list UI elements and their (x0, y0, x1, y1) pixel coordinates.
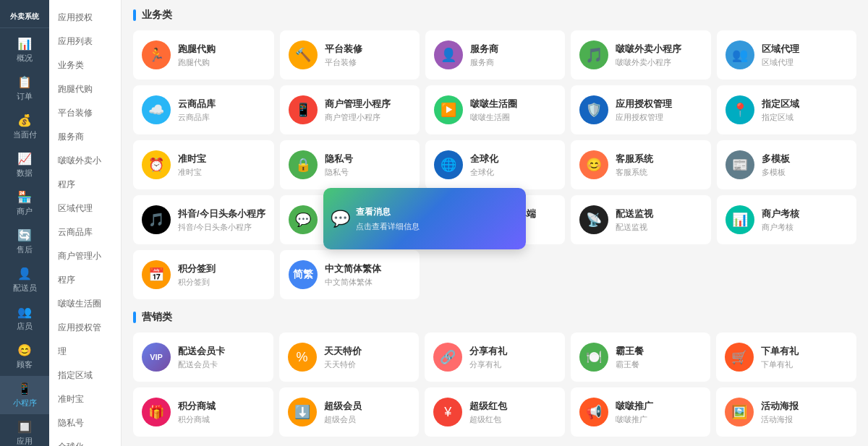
tooltip-overlay: 💬 查看消息 点击查看详细信息 (323, 188, 526, 249)
second-nav-biaobiao-circle[interactable]: 啵啵生活圈 (49, 292, 121, 316)
overlord-meal-desc: 霸王餐 (616, 359, 702, 370)
order-reward-desc: 下单有礼 (761, 359, 848, 370)
nav-item-order[interactable]: 📋 订单 (0, 69, 49, 108)
second-nav: 应用授权 应用列表 业务类 跑腿代购 平台装修 服务商 啵啵外卖小 程序 区域代… (49, 0, 122, 446)
points-mall-icon: 🎁 (142, 398, 171, 426)
app-card-points-mall[interactable]: 🎁 积分商城 积分商城 (133, 387, 273, 437)
app-card-delivery-purchase[interactable]: 🏃 跑腿代购 跑腿代购 (133, 30, 274, 80)
biaobiao-mini-desc: 啵啵外卖小程序 (616, 57, 702, 68)
app-card-delivery-monitor[interactable]: 📡 配送监视 配送监视 (571, 195, 710, 244)
second-nav-punctual[interactable]: 准时宝 (49, 387, 121, 411)
delivery-vip-info: 配送会员卡 配送会员卡 (178, 345, 265, 370)
second-nav-privacy[interactable]: 隐私号 (49, 411, 121, 435)
merchant-mini-desc: 商户管理小程序 (325, 112, 411, 123)
merchant-mini-icon: 📱 (289, 95, 318, 124)
second-nav-region-agent[interactable]: 区域代理 (49, 197, 121, 220)
second-nav-region-assign[interactable]: 指定区域 (49, 364, 121, 387)
main-content: 业务类 🏃 跑腿代购 跑腿代购 🔨 平台装修 平台装修 👤 服务商 服务商 🎵 (122, 0, 868, 446)
app-card-biaobiao-mini[interactable]: 🎵 啵啵外卖小程序 啵啵外卖小程序 (571, 30, 710, 80)
merchant-audit-info: 商户考核 商户考核 (762, 207, 848, 233)
second-nav-app-list[interactable]: 应用列表 (49, 30, 121, 53)
second-nav-service-provider[interactable]: 服务商 (49, 125, 121, 149)
second-nav-biaobiao-mini[interactable]: 啵啵外卖小 (49, 149, 121, 173)
biaobiao-circle-icon: ▶️ (434, 95, 463, 124)
second-nav-program[interactable]: 程序 (49, 173, 121, 197)
second-nav-merchant-mini[interactable]: 商户管理小 (49, 244, 121, 268)
app-card-privacy[interactable]: 🔒 隐私号 隐私号 (280, 140, 420, 189)
merchant-mini-name: 商户管理小程序 (325, 98, 411, 111)
app-card-globalization[interactable]: 🌐 全球化 全球化 (425, 140, 565, 189)
tooltip-icon: 💬 (331, 210, 350, 228)
app-card-merchant-audit[interactable]: 📊 商户考核 商户考核 (717, 195, 856, 244)
region-assign-name: 指定区域 (762, 98, 848, 111)
delivery-monitor-icon: 📡 (579, 205, 608, 234)
nav-item-data[interactable]: 📈 数据 (0, 146, 49, 184)
super-hongbao-info: 超级红包 超级红包 (469, 400, 556, 425)
app-card-customer-service[interactable]: 😊 客服系统 客服系统 (571, 140, 710, 189)
customer-service-info: 客服系统 客服系统 (616, 153, 702, 178)
nav-item-delivery[interactable]: 👤 配送员 (0, 261, 49, 299)
merchant-audit-name: 商户考核 (762, 207, 848, 220)
nav-item-cashier[interactable]: 💰 当面付 (0, 108, 49, 146)
app-card-points-signin[interactable]: 📅 积分签到 积分签到 (133, 250, 274, 299)
app-card-service-provider[interactable]: 👤 服务商 服务商 (425, 30, 565, 80)
app-card-multi-template[interactable]: 📰 多模板 多模板 (717, 140, 856, 189)
second-nav-mini-ref[interactable]: 理 (49, 340, 121, 364)
globalization-name: 全球化 (470, 153, 556, 166)
app-card-platform-decoration[interactable]: 🔨 平台装修 平台装修 (280, 30, 420, 80)
super-hongbao-name: 超级红包 (469, 400, 556, 413)
app-card-region-agent[interactable]: 👥 区域代理 区域代理 (717, 30, 856, 80)
nav-item-overview[interactable]: 📊 概况 (0, 31, 49, 69)
second-nav-app-auth-mgr[interactable]: 应用授权管 (49, 316, 121, 340)
second-nav-mini-program2[interactable]: 程序 (49, 268, 121, 292)
second-nav-delivery-purchase[interactable]: 跑腿代购 (49, 77, 121, 101)
cn-simple-trad-info: 中文简体繁体 中文简体繁体 (325, 262, 411, 288)
app-card-merchant-mini[interactable]: 📱 商户管理小程序 商户管理小程序 (280, 85, 420, 134)
region-agent-desc: 区域代理 (762, 57, 848, 68)
biaobiao-promo-icon: 📢 (579, 398, 608, 426)
delivery-vip-icon: VIP (142, 343, 171, 372)
app-card-cloud-product[interactable]: ☁️ 云商品库 云商品库 (133, 85, 274, 134)
app-card-delivery-vip[interactable]: VIP 配送会员卡 配送会员卡 (133, 333, 273, 382)
nav-item-aftersale[interactable]: 🔄 售后 (0, 223, 49, 261)
app-card-region-assign[interactable]: 📍 指定区域 指定区域 (717, 85, 856, 134)
order-label: 订单 (17, 91, 33, 102)
daily-special-desc: 天天特价 (324, 359, 411, 370)
delivery-purchase-name: 跑腿代购 (178, 43, 265, 56)
overview-icon: 📊 (17, 37, 32, 51)
app-card-share-reward[interactable]: 🔗 分享有礼 分享有礼 (425, 333, 565, 382)
nav-item-store[interactable]: 👥 店员 (0, 299, 49, 338)
nav-item-merchant[interactable]: 🏪 商户 (0, 184, 49, 223)
app-card-app-auth-mgr[interactable]: 🛡️ 应用授权管理 应用授权管理 (571, 85, 710, 134)
region-assign-info: 指定区域 指定区域 (762, 98, 848, 123)
privacy-name: 隐私号 (325, 153, 411, 166)
app-auth-mgr-info: 应用授权管理 应用授权管理 (616, 98, 702, 123)
second-nav-globalization[interactable]: 全球化 (49, 435, 121, 446)
nav-item-customer[interactable]: 😊 顾客 (0, 338, 49, 376)
app-card-punctual[interactable]: ⏰ 准时宝 准时宝 (133, 140, 274, 189)
platform-decoration-desc: 平台装修 (325, 57, 411, 68)
nav-item-app[interactable]: 🔲 应用 (0, 414, 49, 446)
app-card-super-member[interactable]: ⬇️ 超级会员 超级会员 (279, 387, 420, 437)
second-nav-cloud-product[interactable]: 云商品库 (49, 220, 121, 244)
second-nav-biz-type[interactable]: 业务类 (49, 53, 121, 77)
app-card-biaobiao-promo[interactable]: 📢 啵啵推广 啵啵推广 (571, 387, 711, 437)
share-reward-icon: 🔗 (433, 343, 462, 372)
second-nav-platform-decoration[interactable]: 平台装修 (49, 101, 121, 125)
super-member-desc: 超级会员 (324, 414, 411, 425)
share-reward-info: 分享有礼 分享有礼 (469, 345, 556, 370)
nav-item-miniprogram[interactable]: 📱 小程序 (0, 376, 49, 414)
app-card-super-hongbao[interactable]: ¥ 超级红包 超级红包 (425, 387, 565, 437)
app-card-daily-special[interactable]: % 天天特价 天天特价 (279, 333, 420, 382)
merchant-label: 商户 (17, 206, 33, 217)
multi-template-desc: 多模板 (762, 167, 848, 178)
app-card-cn-simple-trad[interactable]: 简繁 中文简体繁体 中文简体繁体 (280, 250, 420, 299)
app-card-biaobiao-circle[interactable]: ▶️ 啵啵生活圈 啵啵生活圈 (425, 85, 565, 134)
app-card-msg[interactable]: 💬 消息 💬 查看消息 点击查看详细信息 (280, 195, 420, 244)
app-card-order-reward[interactable]: 🛒 下单有礼 下单有礼 (716, 333, 856, 382)
app-card-overlord-meal[interactable]: 🍽️ 霸王餐 霸王餐 (571, 333, 711, 382)
app-card-activity-poster[interactable]: 🖼️ 活动海报 活动海报 (716, 387, 856, 437)
second-nav-app-auth[interactable]: 应用授权 (49, 6, 121, 30)
biaobiao-mini-icon: 🎵 (579, 40, 608, 69)
app-card-tiktok-mini[interactable]: 🎵 抖音/今日头条小程序 抖音/今日头条小程序 (133, 195, 274, 244)
